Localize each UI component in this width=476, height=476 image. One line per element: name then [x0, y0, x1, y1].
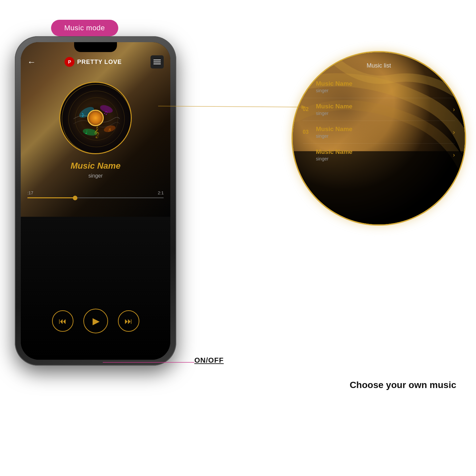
item-num-2: 02 [303, 106, 313, 112]
item-name-1: Music Name [316, 80, 453, 87]
progress-area: :17 2:1 [27, 190, 164, 198]
svg-text:♩: ♩ [85, 129, 88, 135]
badge-label: Music mode [64, 24, 105, 32]
phone-notch [74, 42, 117, 52]
forward-icon: ⏭ [125, 317, 132, 326]
time-current: :17 [27, 190, 33, 195]
progress-track[interactable] [27, 197, 164, 198]
track-singer: singer [21, 173, 170, 179]
progress-fill [27, 197, 75, 198]
svg-line-0 [158, 106, 303, 107]
track-name: Music Name [21, 161, 170, 171]
chevron-icon-2: › [453, 106, 455, 113]
item-name-4: Music Name [316, 148, 453, 155]
chevron-icon-1: › [453, 83, 455, 90]
item-name-2: Music Name [316, 103, 453, 110]
svg-text:𝄞: 𝄞 [94, 126, 99, 138]
rewind-icon: ⏮ [59, 317, 67, 326]
album-center [87, 110, 104, 126]
item-num-1: 01 [303, 84, 313, 90]
item-num-3: 03 [303, 129, 313, 135]
phone-inner: ← P PRETTY LOVE [21, 42, 170, 360]
chevron-icon-4: › [453, 152, 455, 158]
list-item[interactable]: 03 Music Name singer › [303, 121, 455, 144]
time-total: 2:1 [158, 190, 164, 195]
onoff-area: ON/OFF [194, 356, 224, 365]
list-item[interactable]: 02 Music Name singer › [303, 98, 455, 121]
music-list-label: Music list [293, 62, 465, 69]
play-button[interactable]: ▶ [83, 309, 108, 333]
item-info-2: Music Name singer [316, 103, 453, 116]
item-singer-1: singer [316, 88, 453, 93]
item-singer-4: singer [316, 156, 453, 161]
item-singer-3: singer [316, 133, 453, 139]
onoff-label: ON/OFF [194, 356, 224, 365]
item-info-1: Music Name singer [316, 80, 453, 93]
play-icon: ▶ [93, 316, 100, 326]
music-list: 01 Music Name singer › 02 Music Name sin… [303, 75, 455, 166]
music-mode-badge: Music mode [51, 20, 118, 36]
forward-button[interactable]: ⏭ [118, 310, 139, 332]
logo-icon: P [65, 57, 74, 67]
list-item[interactable]: 01 Music Name singer › [303, 75, 455, 98]
screen: ← P PRETTY LOVE [21, 42, 170, 360]
menu-line-3 [154, 64, 161, 64]
album-inner: ♪ ♫ ♩ ♬ 𝄞 [60, 83, 131, 153]
item-singer-2: singer [316, 111, 453, 116]
menu-line-1 [154, 60, 161, 60]
phone-mockup: ← P PRETTY LOVE [15, 36, 176, 366]
track-info: Music Name singer [21, 161, 170, 179]
menu-button[interactable] [151, 55, 164, 69]
progress-times: :17 2:1 [27, 190, 164, 195]
progress-thumb[interactable] [73, 196, 77, 200]
playback-controls: ⏮ ▶ ⏭ [21, 309, 170, 333]
item-info-4: Music Name singer [316, 148, 453, 161]
logo-text: PRETTY LOVE [77, 59, 122, 66]
item-name-3: Music Name [316, 126, 453, 133]
menu-line-2 [154, 62, 161, 62]
rewind-button[interactable]: ⏮ [52, 310, 73, 332]
choose-text: Choose your own music [350, 380, 456, 390]
phone-outer: ← P PRETTY LOVE [15, 36, 176, 366]
back-arrow-icon[interactable]: ← [27, 57, 36, 67]
music-list-popup: Music list 01 Music Name singer › 02 Mus… [292, 51, 466, 226]
circle-bg: Music list 01 Music Name singer › 02 Mus… [293, 52, 465, 224]
list-item[interactable]: Music Name singer › [303, 144, 455, 166]
choose-text-area: Choose your own music [350, 380, 456, 390]
album-art: ♪ ♫ ♩ ♬ 𝄞 [59, 82, 132, 154]
chevron-icon-3: › [453, 129, 455, 136]
screen-header: ← P PRETTY LOVE [21, 55, 170, 69]
logo-area: P PRETTY LOVE [65, 57, 122, 67]
item-info-3: Music Name singer [316, 126, 453, 139]
